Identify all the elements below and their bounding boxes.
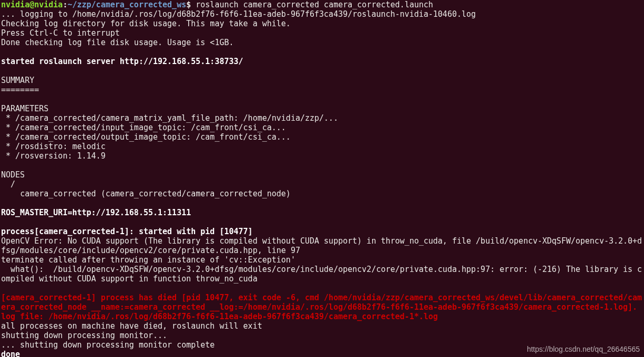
master-uri: ROS_MASTER_URI=http://192.168.55.1:11311 <box>1 208 191 217</box>
shutdown-line: all processes on machine have died, rosl… <box>1 321 262 331</box>
param-line: * /rosdistro: melodic <box>1 142 106 151</box>
nodes-line: camera_corrected (camera_corrected/camer… <box>1 189 291 198</box>
what-line: what(): /build/opencv-XDqSFW/opencv-3.2.… <box>1 265 642 284</box>
log-line: Checking log directory for disk usage. T… <box>1 19 291 28</box>
log-line: Done checking log file disk usage. Usage… <box>1 38 234 47</box>
shutdown-line: shutting down processing monitor... <box>1 331 167 340</box>
process-start: process[camera_corrected-1]: started wit… <box>1 227 253 236</box>
parameters-header: PARAMETERS <box>1 104 48 113</box>
command-text: roslaunch camera_corrected camera_correc… <box>196 0 433 9</box>
done-line: done <box>1 350 20 357</box>
summary-header: SUMMARY <box>1 76 34 85</box>
log-line: Press Ctrl-C to interrupt <box>1 28 120 38</box>
watermark-text: https://blog.csdn.net/qq_26646565 <box>527 344 640 354</box>
logfile-line: log file: /home/nvidia/.ros/log/d68b2f76… <box>1 312 438 321</box>
prompt-dollar: $ <box>186 0 196 9</box>
param-line: * /camera_corrected/input_image_topic: /… <box>1 123 286 132</box>
param-line: * /rosversion: 1.14.9 <box>1 151 106 161</box>
summary-sep: ======== <box>1 85 39 94</box>
param-line: * /camera_corrected/camera_matrix_yaml_f… <box>1 113 338 123</box>
terminate-line: terminate called after throwing an insta… <box>1 255 295 265</box>
process-died: [camera_corrected-1] process has died [p… <box>1 293 642 312</box>
server-line: started roslaunch server http://192.168.… <box>1 57 243 66</box>
nodes-header: NODES <box>1 170 25 180</box>
terminal-output[interactable]: nvidia@nvidia:~/zzp/camera_corrected_ws$… <box>0 0 644 357</box>
log-line: ... logging to /home/nvidia/.ros/log/d68… <box>1 9 476 19</box>
param-line: * /camera_corrected/output_image_topic: … <box>1 132 291 142</box>
opencv-error: OpenCV Error: No CUDA support (The libra… <box>1 236 642 255</box>
prompt-path: ~/zzp/camera_corrected_ws <box>67 0 186 9</box>
shutdown-line: ... shutting down processing monitor com… <box>1 340 214 350</box>
nodes-root: / <box>1 180 15 189</box>
prompt-user: nvidia@nvidia <box>1 0 63 9</box>
